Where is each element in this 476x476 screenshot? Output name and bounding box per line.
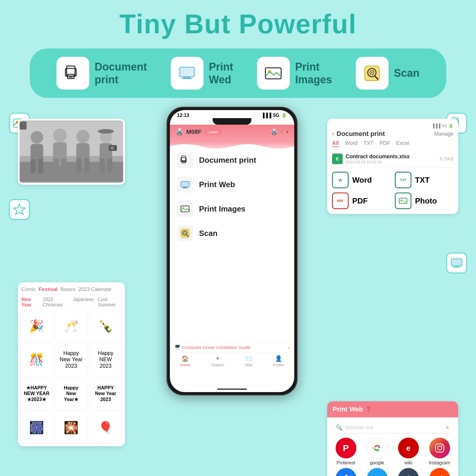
search-placeholder: Website link xyxy=(345,425,374,431)
menu-icon-doc-print xyxy=(177,152,193,168)
sticker-item-happy-new-year[interactable]: HappyNew Year2023 xyxy=(55,343,87,376)
clear-icon[interactable]: ✕ xyxy=(445,424,450,431)
doc-manage[interactable]: Manage xyxy=(434,131,453,137)
phone-notch xyxy=(213,118,251,125)
phone-menu: Document print Print Web Print Images xyxy=(170,147,294,246)
svg-point-41 xyxy=(110,146,114,150)
check-icon: ✓ xyxy=(280,129,284,135)
sticker-item-happy-new2[interactable]: HappyNEW2023 xyxy=(89,343,122,376)
home-indicator-bar xyxy=(217,389,247,390)
sticker-panel-wrapper: Comic Festival Basics 2023 Calendar New … xyxy=(9,199,30,222)
subtab-newyear[interactable]: New Year xyxy=(21,297,39,308)
app-reddit[interactable]: Reddit xyxy=(425,468,454,476)
filter-word[interactable]: Word xyxy=(345,140,358,147)
instagram-icon xyxy=(429,438,450,458)
subtab-japanese[interactable]: Japanese xyxy=(73,297,93,308)
feature-print-images: PrintImages xyxy=(257,57,332,90)
sticker-item-happy3[interactable]: ★HAPPYNEW YEAR★2023★ xyxy=(20,377,53,410)
sticker-item[interactable]: 🎇 xyxy=(55,411,87,444)
svg-rect-39 xyxy=(107,158,112,173)
svg-rect-65 xyxy=(436,444,444,452)
google-icon xyxy=(367,438,388,458)
more-icon[interactable]: › xyxy=(286,129,288,135)
type-word[interactable]: W Word xyxy=(332,172,391,188)
tab-comic[interactable]: Comic xyxy=(21,286,36,292)
app-twitter[interactable]: Twitter xyxy=(363,468,392,476)
app-instagram[interactable]: Instagram xyxy=(425,438,454,466)
sticker-tabs[interactable]: Comic Festival Basics 2023 Calendar xyxy=(20,285,123,295)
profile-icon: 👤 xyxy=(275,355,282,362)
tab-festival[interactable]: Festival xyxy=(39,286,57,292)
app-pinterest[interactable]: P Pinterest xyxy=(331,438,360,466)
filter-excel[interactable]: Excel xyxy=(396,140,409,147)
menu-item-print-web[interactable]: Print Web xyxy=(177,176,287,192)
filter-txt[interactable]: TXT xyxy=(364,140,374,147)
doc-file-info: Contract documents.xlsx 2023-03-15 16:52… xyxy=(346,154,437,164)
tab-basics[interactable]: Basics xyxy=(60,286,75,292)
feature-scan: Scan xyxy=(356,57,419,90)
app-tumblr[interactable]: t Tumblr xyxy=(394,468,423,476)
filter-pdf[interactable]: PDF xyxy=(380,140,390,147)
svg-rect-46 xyxy=(181,181,189,187)
home-indicator xyxy=(170,389,294,390)
sticker-item[interactable]: 🎊 xyxy=(20,343,53,376)
svg-point-16 xyxy=(371,72,372,73)
home-icon: 🏠 xyxy=(181,355,189,362)
tab-calendar[interactable]: 2023 Calendar xyxy=(79,286,112,292)
tab-home[interactable]: 🏠 Home xyxy=(180,355,190,367)
mail-icon: ✉️ xyxy=(245,355,253,362)
print-images-label: PrintImages xyxy=(295,60,332,86)
menu-label-doc-print: Document print xyxy=(199,156,256,165)
type-photo[interactable]: Photo xyxy=(395,192,453,209)
svg-rect-32 xyxy=(76,158,81,173)
photo-icon xyxy=(395,192,411,209)
print-wed-icon-box xyxy=(171,57,203,90)
photo-panel xyxy=(18,119,125,185)
doc-filter-tabs: All Word TXT PDF Excel xyxy=(332,140,453,147)
print-images-icon-box xyxy=(257,57,290,90)
star-icon xyxy=(13,203,26,216)
menu-icon-print-images xyxy=(177,201,193,217)
app-google[interactable]: google xyxy=(363,438,392,466)
tab-mail[interactable]: ✉️ Mail xyxy=(245,355,253,367)
subtab-christmas[interactable]: 2022 Chrismas xyxy=(43,297,69,308)
footer-guide-content: 🖥️ Computer Driver Installation Guide xyxy=(175,345,250,350)
menu-item-print-images[interactable]: Print Images xyxy=(177,201,287,217)
type-pdf[interactable]: PDF PDF xyxy=(332,192,391,209)
back-arrow[interactable]: ‹ xyxy=(332,130,334,138)
tab-profile[interactable]: 👤 Profile xyxy=(273,355,284,367)
sticker-item[interactable]: 🎈 xyxy=(89,411,122,444)
pinterest-icon: P xyxy=(336,438,356,458)
sticker-item[interactable]: 🥂 xyxy=(55,309,87,342)
footer-guide-row[interactable]: 🖥️ Computer Driver Installation Guide › xyxy=(170,342,294,353)
tab-graphic[interactable]: ✦ Graphic xyxy=(211,355,225,367)
paper-size-badge: Letter xyxy=(204,129,222,135)
app-wiki[interactable]: e wiki xyxy=(394,438,423,466)
doc-title: Document print xyxy=(336,130,385,138)
monitor-icon: 🖥️ xyxy=(175,345,180,350)
web-search[interactable]: 🔍 Website link ✕ xyxy=(331,422,454,433)
sticker-item-happy5[interactable]: HAPPYNew Year2023 xyxy=(89,377,122,410)
photo-panel-wrapper xyxy=(9,113,30,135)
print-action-icon[interactable]: 🖨️ xyxy=(271,129,277,135)
reddit-icon xyxy=(429,468,450,476)
menu-item-doc-print[interactable]: Document print xyxy=(177,152,287,168)
app-facebook[interactable]: f Facebook xyxy=(331,468,360,476)
subtab-coolsummer[interactable]: Cool Summer xyxy=(98,297,121,308)
type-txt[interactable]: TXT TXT xyxy=(395,172,453,188)
svg-point-66 xyxy=(438,446,442,450)
sticker-item-happy4[interactable]: HappyNewYear★ xyxy=(55,377,87,410)
phone-status-icons: ▐▐▐ 5G 🔋 xyxy=(261,112,287,118)
scan-icon-box xyxy=(356,57,389,90)
menu-item-scan[interactable]: Scan xyxy=(177,225,287,241)
phone-status-bar: 12:13 ▐▐▐ 5G 🔋 xyxy=(170,110,294,118)
sticker-item[interactable]: 🎉 xyxy=(20,309,53,342)
filter-all[interactable]: All xyxy=(332,140,339,147)
svg-rect-59 xyxy=(399,198,407,203)
doc-file-row: E Contract documents.xlsx 2023-03-15 16:… xyxy=(332,151,453,167)
sticker-item[interactable]: 🎆 xyxy=(20,411,53,444)
sticker-item[interactable]: 🍾 xyxy=(89,309,122,342)
phone-footer-guide-bar[interactable]: 🖥️ Computer Driver Installation Guide › … xyxy=(170,342,294,368)
doc-panel-wrapper: ▐▐▐ 5G 🔋 ‹ Document print Manage All Wor… xyxy=(446,113,467,136)
svg-rect-33 xyxy=(84,158,90,173)
